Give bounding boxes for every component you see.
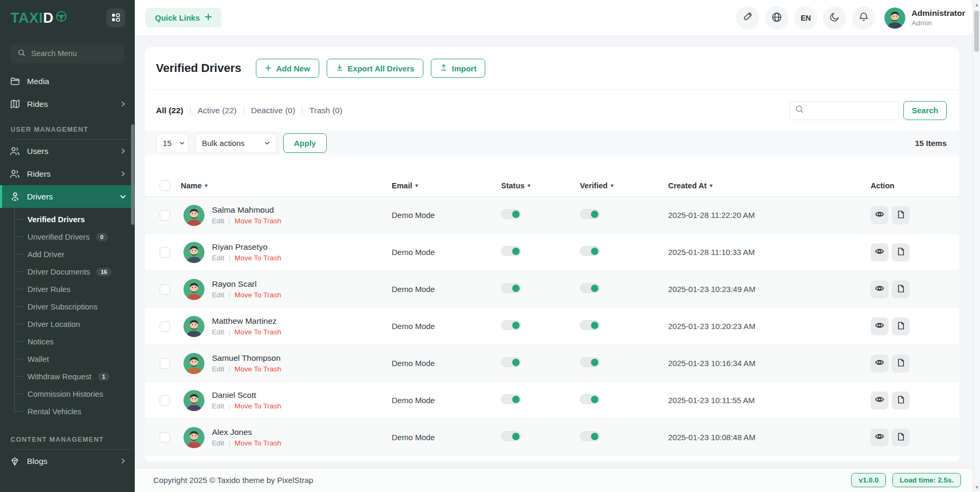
verified-toggle[interactable] xyxy=(580,320,600,330)
view-button[interactable] xyxy=(871,243,889,261)
verified-toggle[interactable] xyxy=(580,246,600,256)
quick-links-button[interactable]: Quick Links xyxy=(145,8,221,28)
move-to-trash-link[interactable]: Move To Trash xyxy=(235,439,281,447)
move-to-trash-link[interactable]: Move To Trash xyxy=(235,328,281,336)
move-to-trash-link[interactable]: Move To Trash xyxy=(235,365,281,373)
copy-button[interactable] xyxy=(892,317,910,335)
status-toggle[interactable] xyxy=(501,209,521,219)
view-button[interactable] xyxy=(871,429,889,447)
tab-deactive[interactable]: Deactive (0) xyxy=(244,106,302,115)
status-toggle[interactable] xyxy=(501,394,521,404)
row-checkbox[interactable] xyxy=(160,210,170,221)
move-to-trash-link[interactable]: Move To Trash xyxy=(235,402,281,410)
verified-toggle[interactable] xyxy=(580,357,600,367)
sidebar-subitem-commission-histories[interactable]: Commission Histories xyxy=(0,385,135,403)
verified-toggle[interactable] xyxy=(580,394,600,404)
column-header-created-at[interactable]: Created At▾ xyxy=(668,181,871,190)
version-badge[interactable]: v1.0.0 xyxy=(851,473,886,487)
row-checkbox[interactable] xyxy=(160,432,170,443)
view-button[interactable] xyxy=(871,280,889,298)
dark-mode-button[interactable] xyxy=(823,6,846,30)
view-button[interactable] xyxy=(871,354,889,372)
sidebar-item-media[interactable]: Media xyxy=(0,70,135,93)
per-page-select[interactable]: 15 xyxy=(156,133,189,153)
sidebar-item-users[interactable]: Users xyxy=(0,140,135,162)
row-checkbox[interactable] xyxy=(160,247,170,258)
column-header-verified[interactable]: Verified▾ xyxy=(580,181,668,190)
brand-logo[interactable]: TAXID xyxy=(11,10,68,26)
edit-link[interactable]: Edit xyxy=(212,254,224,262)
sidebar-search-input[interactable]: Search Menu xyxy=(11,43,124,63)
table-search-input[interactable] xyxy=(789,101,899,120)
view-button[interactable] xyxy=(871,391,889,409)
sidebar-item-blogs[interactable]: Blogs xyxy=(0,450,135,472)
verified-toggle[interactable] xyxy=(580,431,600,441)
add-new-button[interactable]: Add New xyxy=(256,59,319,78)
copy-button[interactable] xyxy=(892,243,910,261)
sidebar-item-drivers[interactable]: Drivers xyxy=(0,185,135,208)
column-header-name[interactable]: Name▾ xyxy=(181,181,392,190)
select-all-checkbox[interactable] xyxy=(160,180,170,191)
edit-link[interactable]: Edit xyxy=(212,402,224,410)
sidebar-subitem-wallet[interactable]: Wallet xyxy=(0,350,135,368)
verified-toggle[interactable] xyxy=(580,283,600,293)
scroll-down-arrow[interactable]: ▼ xyxy=(973,485,980,490)
edit-link[interactable]: Edit xyxy=(212,365,224,373)
export-all-drivers-button[interactable]: Export All Drivers xyxy=(327,59,423,78)
sidebar-subitem-notices[interactable]: Notices xyxy=(0,333,135,350)
view-button[interactable] xyxy=(871,206,889,224)
sidebar-subitem-driver-rules[interactable]: Driver Rules xyxy=(0,280,135,298)
user-menu[interactable]: Administrator Admin xyxy=(884,7,965,29)
search-button[interactable]: Search xyxy=(903,101,947,120)
apply-button[interactable]: Apply xyxy=(283,133,327,153)
sidebar-subitem-driver-documents[interactable]: Driver Documents16 xyxy=(0,263,135,280)
column-header-status[interactable]: Status▾ xyxy=(501,181,580,190)
scrollbar-thumb[interactable] xyxy=(974,11,979,52)
theme-customizer-button[interactable] xyxy=(736,6,759,30)
import-button[interactable]: Import xyxy=(431,59,486,78)
sidebar-subitem-add-driver[interactable]: Add Driver xyxy=(0,245,135,263)
sidebar-toggle-button[interactable] xyxy=(106,8,125,28)
row-checkbox[interactable] xyxy=(160,284,170,295)
status-toggle[interactable] xyxy=(501,431,521,441)
copy-button[interactable] xyxy=(892,429,910,447)
sidebar-subitem-driver-location[interactable]: Driver Location xyxy=(0,315,135,333)
row-checkbox[interactable] xyxy=(160,321,170,332)
sidebar-subitem-withdraw-request[interactable]: Withdraw Request1 xyxy=(0,368,135,385)
copy-button[interactable] xyxy=(892,354,910,372)
move-to-trash-link[interactable]: Move To Trash xyxy=(235,291,281,299)
tab-trash[interactable]: Trash (0) xyxy=(302,106,349,115)
move-to-trash-link[interactable]: Move To Trash xyxy=(235,254,281,262)
view-button[interactable] xyxy=(871,317,889,335)
load-time-badge[interactable]: Load time: 2.5s. xyxy=(892,473,961,487)
copy-button[interactable] xyxy=(892,206,910,224)
sidebar-scrollbar[interactable] xyxy=(131,124,134,225)
status-toggle[interactable] xyxy=(501,320,521,330)
status-toggle[interactable] xyxy=(501,246,521,256)
copy-button[interactable] xyxy=(892,391,910,409)
sidebar-item-riders[interactable]: Riders xyxy=(0,162,135,185)
sidebar-item-rides[interactable]: Rides xyxy=(0,93,135,115)
status-toggle[interactable] xyxy=(501,283,521,293)
edit-link[interactable]: Edit xyxy=(212,439,224,447)
tab-active[interactable]: Active (22) xyxy=(191,106,244,115)
row-checkbox[interactable] xyxy=(160,395,170,406)
tab-all[interactable]: All (22) xyxy=(156,106,190,115)
edit-link[interactable]: Edit xyxy=(212,328,224,336)
language-globe-button[interactable] xyxy=(765,6,788,30)
edit-link[interactable]: Edit xyxy=(212,291,224,299)
sidebar-subitem-unverified-drivers[interactable]: Unverified Drivers0 xyxy=(0,228,135,245)
window-scrollbar[interactable]: ▲ ▼ xyxy=(973,0,980,492)
status-toggle[interactable] xyxy=(501,357,521,367)
verified-toggle[interactable] xyxy=(580,209,600,219)
scroll-up-arrow[interactable]: ▲ xyxy=(973,2,980,7)
move-to-trash-link[interactable]: Move To Trash xyxy=(235,217,281,225)
row-checkbox[interactable] xyxy=(160,358,170,369)
copy-button[interactable] xyxy=(892,280,910,298)
notifications-button[interactable] xyxy=(852,6,875,30)
sidebar-subitem-rental-vehicles[interactable]: Rental Vehicles xyxy=(0,403,135,420)
sidebar-subitem-driver-subscriptions[interactable]: Driver Subscriptions xyxy=(0,298,135,315)
edit-link[interactable]: Edit xyxy=(212,217,224,225)
language-selector[interactable]: EN xyxy=(794,6,817,30)
sidebar-subitem-verified-drivers[interactable]: Verified Drivers xyxy=(0,211,135,228)
